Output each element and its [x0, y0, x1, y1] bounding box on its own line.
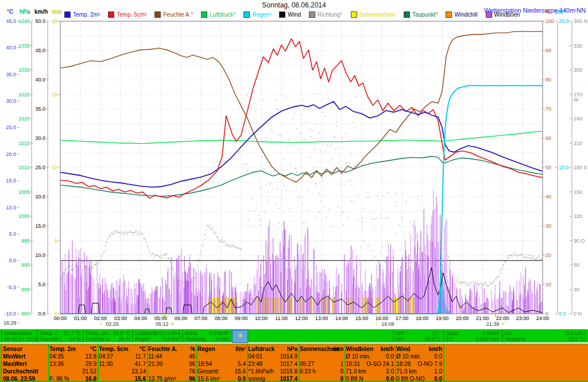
direction-dot	[98, 263, 98, 264]
direction-dot	[103, 254, 103, 254]
direction-dot	[520, 254, 520, 254]
table-cell-value: 1017.4	[248, 376, 297, 382]
direction-dot	[133, 234, 134, 235]
direction-dot	[467, 285, 468, 286]
direction-dot	[364, 208, 365, 209]
status-label: WC	[396, 336, 404, 342]
direction-dot	[476, 283, 477, 283]
direction-dot	[117, 231, 118, 231]
axis-tick-label: 50	[546, 165, 551, 170]
direction-dot	[152, 253, 153, 254]
direction-dot	[382, 266, 383, 267]
direction-dot	[400, 249, 401, 250]
direction-dot	[510, 255, 510, 255]
direction-dot	[153, 254, 154, 255]
axis-tick-label: 1020	[14, 116, 30, 122]
direction-dot	[281, 200, 282, 200]
direction-dot	[113, 234, 113, 235]
table-column-unit: %	[148, 346, 195, 352]
direction-dot	[457, 278, 457, 278]
direction-dot	[235, 247, 236, 247]
direction-dot	[136, 232, 137, 232]
direction-dot	[204, 235, 205, 235]
direction-dot	[241, 224, 242, 224]
direction-dot	[220, 241, 220, 242]
direction-dot	[334, 137, 335, 138]
direction-dot	[124, 234, 125, 235]
direction-dot	[366, 197, 367, 198]
direction-dot	[141, 232, 141, 232]
direction-dot	[530, 258, 531, 259]
direction-dot	[523, 255, 523, 255]
direction-dot	[357, 111, 357, 111]
weather-chart[interactable]: °ChPakm/hmin%l/m²°45.040.035.030.025.020…	[0, 0, 588, 329]
axis-tick-label: 1005	[14, 190, 30, 195]
direction-dot	[362, 221, 363, 222]
direction-dot	[349, 163, 349, 163]
direction-dot	[527, 258, 528, 258]
direction-dot	[529, 255, 529, 255]
direction-dot	[145, 241, 146, 242]
direction-dot	[260, 188, 261, 188]
direction-dot	[234, 247, 235, 247]
status-cell-3: Temp. 2m16.8 °CFeuchte A.96 %	[83, 330, 132, 342]
direction-dot	[233, 244, 234, 245]
direction-dot	[180, 280, 180, 281]
table-cell-value: 1017.4	[248, 361, 297, 367]
direction-dot	[156, 255, 157, 256]
direction-dot	[346, 162, 347, 163]
direction-dot	[104, 251, 105, 251]
direction-dot	[496, 277, 497, 278]
direction-dot	[518, 255, 519, 256]
moon-marker: ☾ 02:25	[100, 321, 119, 327]
direction-dot	[517, 254, 517, 255]
direction-dot	[301, 228, 302, 228]
direction-dot	[277, 108, 278, 109]
direction-dot	[283, 95, 283, 96]
direction-dot	[164, 255, 164, 256]
direction-dot	[160, 258, 161, 258]
direction-dot	[537, 257, 537, 258]
table-cell-value: 3.0	[346, 368, 394, 375]
direction-dot	[501, 270, 501, 270]
direction-dot	[326, 216, 326, 217]
axis-tick-label: 10.0	[0, 205, 16, 211]
direction-dot	[258, 215, 259, 216]
direction-dot	[159, 256, 160, 256]
direction-dot	[351, 201, 351, 201]
direction-dot	[466, 284, 467, 284]
axis-tick-label: 40.0	[29, 77, 45, 83]
direction-dot	[142, 233, 142, 233]
axis-unit-label: km/h	[34, 9, 48, 15]
direction-dot	[256, 110, 256, 111]
direction-dot	[539, 256, 539, 256]
direction-dot	[463, 282, 464, 283]
direction-dot	[352, 185, 353, 186]
direction-dot	[471, 282, 472, 283]
axis-tick-label: 35.0	[0, 72, 16, 77]
direction-dot	[322, 177, 322, 178]
direction-dot	[324, 116, 325, 116]
direction-dot	[161, 258, 162, 258]
direction-dot	[359, 262, 360, 262]
table-cell-value: 23.14	[99, 368, 146, 375]
direction-dot	[223, 241, 223, 242]
direction-dot	[381, 217, 381, 218]
direction-dot	[199, 259, 199, 260]
direction-dot	[534, 259, 535, 259]
direction-dot	[126, 232, 127, 233]
status-value: 1017.4 hPa	[154, 330, 180, 336]
chart-canvas[interactable]	[0, 0, 588, 329]
direction-dot	[310, 129, 310, 130]
direction-dot	[491, 282, 492, 283]
direction-dot	[540, 259, 540, 259]
direction-dot	[272, 129, 272, 130]
direction-dot	[474, 283, 475, 283]
direction-dot	[513, 254, 513, 255]
axis-tick-label: 15.0	[29, 224, 45, 229]
direction-dot	[206, 230, 207, 231]
direction-dot	[417, 196, 417, 196]
status-row: Taupunkt16.2 °C	[505, 336, 585, 342]
direction-dot	[294, 113, 295, 114]
direction-dot	[368, 192, 368, 193]
